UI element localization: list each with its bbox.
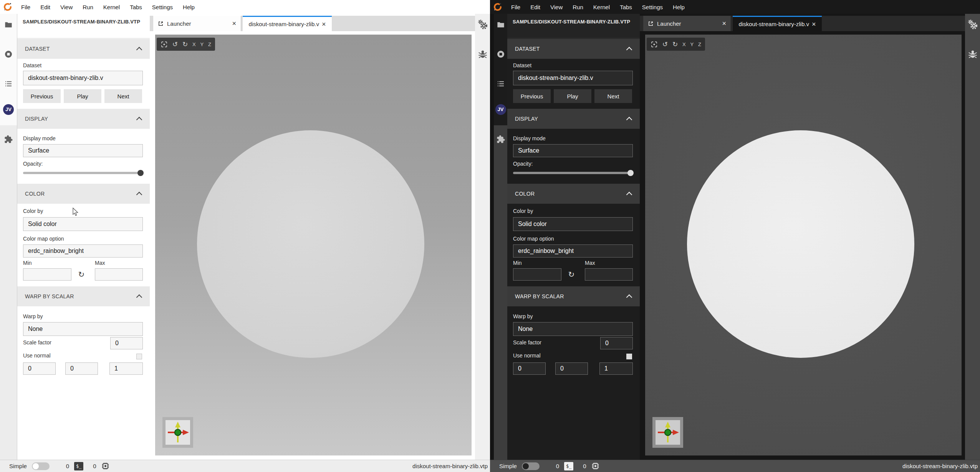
axis-z-button[interactable]: Z: [208, 42, 211, 47]
menu-item-run[interactable]: Run: [78, 4, 98, 10]
render-viewport[interactable]: ↺ ↻ X Y Z: [645, 35, 962, 455]
menu-item-edit[interactable]: Edit: [35, 4, 55, 10]
property-inspector-gears-icon[interactable]: [477, 19, 488, 31]
user-avatar[interactable]: JV: [495, 104, 506, 115]
debugger-bug-icon[interactable]: [478, 49, 488, 59]
menu-item-kernel[interactable]: Kernel: [588, 4, 615, 10]
opacity-slider-knob[interactable]: [627, 170, 634, 176]
normal-z-input[interactable]: 1: [599, 362, 633, 375]
dataset-select[interactable]: diskout-stream-binary-zlib.v: [23, 71, 143, 85]
property-inspector-gears-icon[interactable]: [967, 19, 978, 31]
next-button[interactable]: Next: [104, 89, 142, 103]
terminal-icon[interactable]: $_: [74, 462, 83, 470]
section-header-color[interactable]: COLOR: [17, 184, 150, 204]
menu-item-settings[interactable]: Settings: [147, 4, 178, 10]
normal-y-input[interactable]: 0: [65, 362, 98, 375]
axis-y-button[interactable]: Y: [690, 42, 694, 47]
min-input[interactable]: [513, 268, 561, 281]
axis-x-button[interactable]: X: [682, 42, 686, 47]
normal-x-input[interactable]: 0: [513, 362, 546, 375]
extension-manager-icon[interactable]: [4, 135, 13, 144]
opacity-slider[interactable]: [23, 172, 143, 174]
tab-launcher[interactable]: Launcher ×: [643, 16, 731, 31]
menu-item-kernel[interactable]: Kernel: [98, 4, 125, 10]
tab-launcher[interactable]: Launcher ×: [153, 16, 241, 31]
reset-camera-icon[interactable]: [161, 41, 168, 48]
close-icon[interactable]: ×: [322, 21, 326, 28]
scale-factor-input[interactable]: 0: [110, 337, 143, 349]
normal-x-input[interactable]: 0: [23, 362, 56, 375]
menu-item-edit[interactable]: Edit: [525, 4, 545, 10]
normal-z-input[interactable]: 1: [109, 362, 143, 375]
file-browser-icon[interactable]: [4, 20, 13, 29]
menu-item-help[interactable]: Help: [668, 4, 690, 10]
file-browser-icon[interactable]: [496, 20, 505, 29]
simple-mode-toggle[interactable]: [522, 462, 540, 470]
running-kernels-icon[interactable]: [4, 50, 13, 59]
rotate-cw-icon[interactable]: ↻: [182, 41, 188, 48]
normal-y-input[interactable]: 0: [555, 362, 588, 375]
axis-x-button[interactable]: X: [192, 42, 196, 47]
refresh-range-icon[interactable]: ↻: [77, 268, 86, 281]
menu-item-view[interactable]: View: [545, 4, 568, 10]
render-viewport[interactable]: ↺ ↻ X Y Z: [155, 35, 472, 455]
previous-button[interactable]: Previous: [23, 89, 61, 103]
menu-item-file[interactable]: File: [506, 4, 525, 10]
section-header-warp[interactable]: WARP BY SCALAR: [17, 286, 150, 306]
max-input[interactable]: [585, 268, 633, 281]
menu-item-run[interactable]: Run: [568, 4, 588, 10]
menu-item-tabs[interactable]: Tabs: [125, 4, 147, 10]
use-normal-checkbox[interactable]: [136, 354, 142, 359]
play-button[interactable]: Play: [554, 89, 591, 103]
play-button[interactable]: Play: [64, 89, 101, 103]
opacity-slider-knob[interactable]: [137, 170, 144, 176]
refresh-range-icon[interactable]: ↻: [567, 268, 576, 281]
tab-dataset[interactable]: diskout-stream-binary-zlib.v ×: [733, 16, 822, 31]
reset-camera-icon[interactable]: [651, 41, 658, 48]
color-map-select[interactable]: erdc_rainbow_bright: [23, 244, 143, 258]
display-mode-select[interactable]: Surface: [23, 144, 143, 157]
opacity-slider[interactable]: [513, 172, 633, 174]
section-header-display[interactable]: DISPLAY: [17, 109, 150, 129]
table-of-contents-icon[interactable]: [496, 79, 505, 88]
warp-by-select[interactable]: None: [23, 322, 143, 336]
axis-z-button[interactable]: Z: [698, 42, 701, 47]
section-header-dataset[interactable]: DATASET: [17, 39, 150, 59]
table-of-contents-icon[interactable]: [4, 79, 13, 88]
menu-item-view[interactable]: View: [55, 4, 78, 10]
menu-item-settings[interactable]: Settings: [637, 4, 668, 10]
color-by-select[interactable]: Solid color: [23, 217, 143, 231]
use-normal-checkbox[interactable]: [626, 354, 632, 359]
color-by-select[interactable]: Solid color: [513, 217, 633, 231]
app-logo-icon[interactable]: [493, 2, 502, 12]
kernel-chip-icon[interactable]: [101, 462, 109, 470]
section-header-warp[interactable]: WARP BY SCALAR: [507, 286, 640, 306]
next-button[interactable]: Next: [594, 89, 632, 103]
color-map-select[interactable]: erdc_rainbow_bright: [513, 244, 633, 258]
close-icon[interactable]: ×: [232, 20, 236, 27]
rotate-cw-icon[interactable]: ↻: [672, 41, 678, 48]
min-input[interactable]: [23, 268, 71, 281]
section-header-dataset[interactable]: DATASET: [507, 39, 640, 59]
rotate-ccw-icon[interactable]: ↺: [172, 41, 178, 48]
dataset-select[interactable]: diskout-stream-binary-zlib.v: [513, 71, 633, 85]
scale-factor-input[interactable]: 0: [600, 337, 633, 349]
kernel-chip-icon[interactable]: [591, 462, 599, 470]
max-input[interactable]: [95, 268, 143, 281]
close-icon[interactable]: ×: [812, 21, 816, 28]
user-avatar[interactable]: JV: [3, 104, 14, 115]
menu-item-help[interactable]: Help: [178, 4, 200, 10]
debugger-bug-icon[interactable]: [968, 49, 978, 59]
running-kernels-icon[interactable]: [496, 50, 505, 59]
rotate-ccw-icon[interactable]: ↺: [662, 41, 668, 48]
tab-dataset[interactable]: diskout-stream-binary-zlib.v ×: [243, 16, 332, 31]
menu-item-tabs[interactable]: Tabs: [615, 4, 637, 10]
menu-item-file[interactable]: File: [16, 4, 35, 10]
extension-manager-icon[interactable]: [496, 135, 505, 144]
simple-mode-toggle[interactable]: [32, 462, 50, 470]
axis-y-button[interactable]: Y: [200, 42, 204, 47]
previous-button[interactable]: Previous: [513, 89, 551, 103]
section-header-display[interactable]: DISPLAY: [507, 109, 640, 129]
section-header-color[interactable]: COLOR: [507, 184, 640, 204]
close-icon[interactable]: ×: [722, 20, 726, 27]
